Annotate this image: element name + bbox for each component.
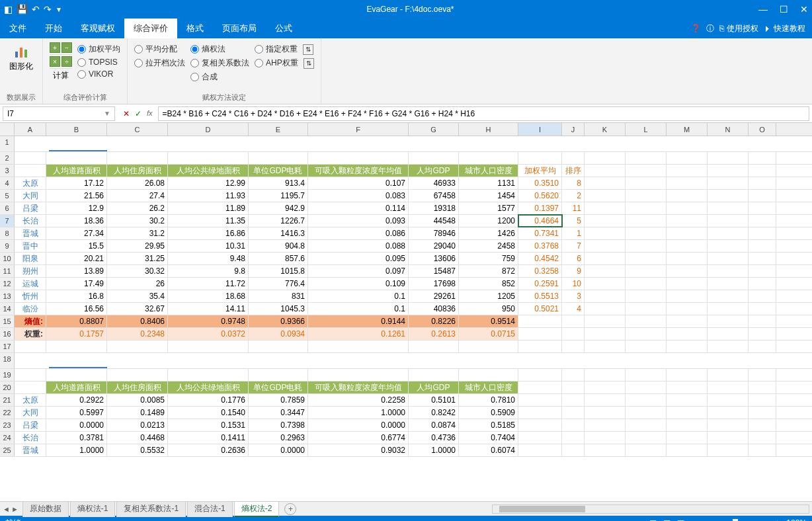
cell[interactable]: 40836 <box>409 303 459 315</box>
cell[interactable]: 0.5185 <box>459 419 518 431</box>
cell[interactable] <box>626 341 667 352</box>
row-header[interactable]: 20 <box>0 381 15 393</box>
cell[interactable]: 0.1411 <box>168 432 249 444</box>
cell[interactable]: 31.25 <box>107 253 168 264</box>
col-header-D[interactable]: D <box>168 123 249 136</box>
cell[interactable]: 0.097 <box>308 265 409 277</box>
cell[interactable]: 1.0000 <box>308 407 409 419</box>
cell[interactable] <box>626 328 667 340</box>
cell[interactable]: 0.9144 <box>308 315 409 327</box>
city-name[interactable]: 临汾 <box>15 303 46 315</box>
col-header-label[interactable]: 人均公共绿地面积 <box>168 165 249 177</box>
cell[interactable] <box>562 432 585 444</box>
cell[interactable] <box>585 177 626 189</box>
cell[interactable]: 16.56 <box>46 303 107 315</box>
cell[interactable] <box>585 227 626 239</box>
col-header-G[interactable]: G <box>409 123 459 136</box>
cell[interactable] <box>667 381 708 393</box>
cell[interactable] <box>626 136 667 151</box>
cell[interactable]: 1015.8 <box>249 265 308 277</box>
cell[interactable]: 29040 <box>409 240 459 252</box>
entropy-label[interactable]: 熵值: <box>15 315 46 327</box>
cell[interactable]: 1131 <box>459 177 518 189</box>
cell[interactable] <box>562 341 585 352</box>
auth-link[interactable]: ⎘ 使用授权 <box>719 23 758 34</box>
cell[interactable] <box>749 419 776 431</box>
cell[interactable]: 1577 <box>459 202 518 214</box>
cell[interactable] <box>708 369 749 381</box>
cell[interactable] <box>749 444 776 456</box>
cell[interactable] <box>708 136 749 151</box>
cell[interactable] <box>168 369 249 381</box>
cell[interactable]: 1045.3 <box>249 303 308 315</box>
weighted-avg[interactable]: 0.3258 <box>518 265 562 277</box>
cell[interactable]: 35.4 <box>107 290 168 302</box>
rank[interactable]: 7 <box>562 240 585 252</box>
cell[interactable]: 晋城 <box>15 444 46 456</box>
cell[interactable]: 857.6 <box>249 253 308 264</box>
cell[interactable] <box>708 290 749 302</box>
cell[interactable]: 942.9 <box>249 202 308 214</box>
radio-avg-dist[interactable]: 平均分配 <box>134 44 185 55</box>
cell[interactable] <box>749 290 776 302</box>
cell[interactable]: 10.31 <box>168 240 249 252</box>
cell[interactable] <box>708 394 749 406</box>
cell[interactable]: 32.67 <box>107 303 168 315</box>
cell[interactable]: 大同 <box>15 407 46 419</box>
row-header[interactable]: 17 <box>0 341 15 352</box>
cell[interactable]: 913.4 <box>249 177 308 189</box>
cell[interactable]: 0.5101 <box>409 394 459 406</box>
cell[interactable]: 27.4 <box>107 190 168 202</box>
cell[interactable] <box>749 240 776 252</box>
cell[interactable] <box>667 177 708 189</box>
cell[interactable]: 759 <box>459 253 518 264</box>
cell[interactable] <box>626 444 667 456</box>
cell[interactable] <box>585 328 626 340</box>
formula-input[interactable]: =B24 * B16 + C24 * C16 + D24 * D16 + E24… <box>158 106 809 121</box>
cell[interactable]: 0.8226 <box>409 315 459 327</box>
cell[interactable]: 1195.7 <box>249 190 308 202</box>
maximize-icon[interactable]: ☐ <box>780 4 788 15</box>
cell[interactable] <box>518 444 562 456</box>
cell[interactable]: 0.109 <box>308 278 409 290</box>
radio-topsis[interactable]: TOPSIS <box>77 58 120 67</box>
weighted-avg[interactable]: 0.4664 <box>518 215 562 227</box>
row-header[interactable]: 10 <box>0 253 15 264</box>
row-header[interactable]: 15 <box>0 315 15 327</box>
cell[interactable]: 0.0085 <box>107 394 168 406</box>
cell[interactable]: 长治 <box>15 432 46 444</box>
cell[interactable] <box>459 136 518 151</box>
cell[interactable]: 人均住房面积 <box>107 381 168 393</box>
menu-file[interactable]: 文件 <box>0 19 36 38</box>
tab-nav-prev-icon[interactable]: ◄ <box>3 505 10 513</box>
tab-nav-next-icon[interactable]: ► <box>11 505 19 513</box>
cell[interactable]: 1.0000 <box>46 444 107 456</box>
cell[interactable] <box>46 341 107 352</box>
cell[interactable] <box>749 165 776 177</box>
city-name[interactable]: 吕梁 <box>15 202 46 214</box>
cell[interactable]: 0.1 <box>308 303 409 315</box>
cell[interactable] <box>585 303 626 315</box>
zoom-out-icon[interactable]: − <box>691 518 696 521</box>
section-title[interactable]: 熵权法评价结果 <box>46 136 107 151</box>
row-header[interactable]: 19 <box>0 369 15 381</box>
radio-weighted-avg[interactable]: 加权平均 <box>77 44 120 55</box>
row-header[interactable]: 25 <box>0 444 15 456</box>
cell[interactable] <box>708 278 749 290</box>
cell[interactable]: 0.1531 <box>168 419 249 431</box>
cell[interactable]: 26.08 <box>107 177 168 189</box>
row-header[interactable]: 5 <box>0 190 15 202</box>
col-header-label[interactable]: 城市人口密度 <box>459 165 518 177</box>
rank[interactable]: 1 <box>562 227 585 239</box>
cell[interactable] <box>409 136 459 151</box>
avg-header[interactable]: 加权平均 <box>518 165 562 177</box>
save-icon[interactable]: 💾 <box>17 4 28 15</box>
cell[interactable] <box>585 444 626 456</box>
cell[interactable] <box>626 152 667 164</box>
cell[interactable]: 9.48 <box>168 253 249 264</box>
cell[interactable] <box>518 407 562 419</box>
rank[interactable]: 5 <box>562 215 585 227</box>
cell[interactable] <box>249 369 308 381</box>
col-header-E[interactable]: E <box>249 123 308 136</box>
qat-dropdown-icon[interactable]: ▼ <box>56 6 62 13</box>
